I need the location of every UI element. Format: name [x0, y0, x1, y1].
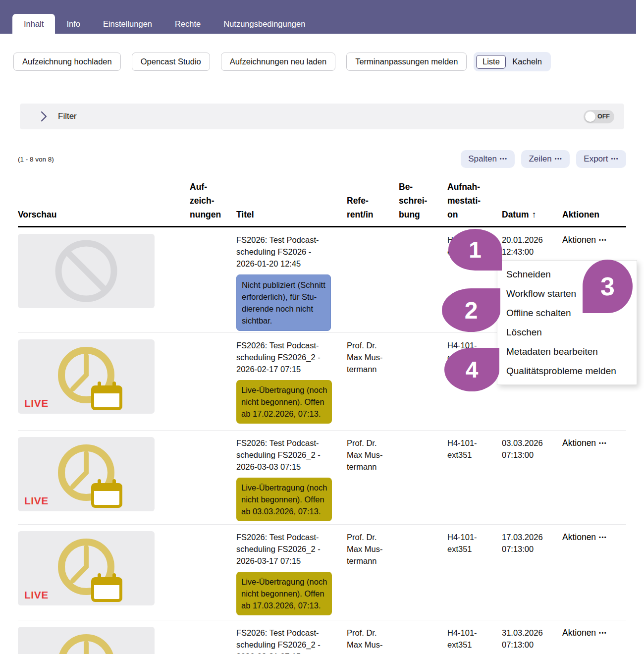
menu-item-qualitaetsprobleme-melden[interactable]: Qualitätsprobleme melden: [497, 361, 637, 381]
status-badge: Live-Übertragung (noch nicht begonnen). …: [236, 572, 332, 615]
date-cell: 31.03.2026 07:13:00: [502, 627, 562, 654]
recording-title: FS2026: Test Podcast- scheduling FS2026_…: [236, 627, 347, 654]
preview-cell: LIVE: [18, 437, 190, 524]
live-badge: LIVE: [24, 589, 49, 601]
col-vorschau: Vorschau: [18, 208, 190, 221]
recordings-cell: [190, 531, 236, 620]
description-cell: [399, 437, 447, 524]
annotation-callout-1: 1: [448, 229, 502, 271]
recordings-cell: [190, 234, 236, 332]
col-aufzeichnungen: Auf- zeich- nungen: [190, 180, 236, 221]
col-datum-sort[interactable]: Datum↑: [502, 208, 562, 221]
tab-info[interactable]: Info: [55, 14, 92, 34]
reload-recordings-button[interactable]: Aufzeichnungen neu laden: [221, 53, 335, 71]
live-badge: LIVE: [24, 397, 49, 409]
preview-cell: [18, 234, 190, 332]
tab-rechte[interactable]: Rechte: [163, 14, 212, 34]
status-badge: Live-Übertragung (noch nicht begonnen). …: [236, 478, 332, 521]
menu-item-metadaten-bearbeiten[interactable]: Metadaten bearbeiten: [497, 342, 637, 361]
status-badge: Live-Übertragung (noch nicht begonnen). …: [236, 380, 332, 424]
recording-title: FS2026: Test Podcast- scheduling FS2026_…: [236, 437, 347, 473]
list-controls: (1 - 8 von 8) Spalten••• Zeilen••• Expor…: [18, 150, 626, 168]
result-count: (1 - 8 von 8): [18, 156, 54, 163]
referent-cell: Prof. Dr. Max Mus- termann: [347, 531, 399, 620]
referent-cell: Prof. Dr. Max Mus- termann: [347, 339, 399, 430]
title-cell: FS2026: Test Podcast- scheduling FS2026_…: [236, 627, 347, 654]
tab-nutzungsbedingungen[interactable]: Nutzungsbedingungen: [212, 14, 317, 34]
row-actions-button[interactable]: Aktionen•••: [562, 627, 626, 654]
table-option-buttons: Spalten••• Zeilen••• Export•••: [461, 150, 626, 168]
toolbar: Aufzeichnung hochladen Opencast Studio A…: [13, 52, 644, 71]
table-row: FS2026: Test Podcast- scheduling FS2026_…: [18, 620, 626, 654]
referent-cell: [347, 234, 399, 332]
date-cell: 17.03.2026 07:13:00: [502, 531, 562, 620]
annotation-callout-4: 4: [444, 348, 499, 391]
row-actions-button[interactable]: Aktionen•••: [562, 437, 626, 524]
title-cell: FS2026: Test Podcast- scheduling FS2026 …: [236, 234, 347, 332]
status-badge: Nicht publiziert (Schnitt erforderlich),…: [236, 274, 331, 331]
description-cell: [399, 339, 447, 430]
description-cell: [399, 234, 447, 332]
preview-thumbnail[interactable]: LIVE: [18, 531, 155, 605]
annotation-callout-3: 3: [583, 260, 633, 313]
rows-button[interactable]: Zeilen•••: [521, 150, 570, 168]
view-toggle: Liste Kacheln: [474, 52, 551, 71]
filter-bar[interactable]: Filter OFF: [20, 104, 624, 129]
preview-thumbnail[interactable]: [18, 234, 155, 308]
toggle-knob: [585, 111, 595, 122]
preview-cell: LIVE: [18, 531, 190, 620]
filter-label: Filter: [58, 111, 77, 121]
preview-cell: LIVE: [18, 339, 190, 430]
table-header: Vorschau Auf- zeich- nungen Titel Refe- …: [18, 180, 626, 227]
recordings-cell: [190, 339, 236, 430]
station-cell: H4-101- ext351: [447, 627, 502, 654]
preview-cell: [18, 627, 190, 654]
tab-einstellungen[interactable]: Einstellungen: [92, 14, 163, 34]
ellipsis-icon: •••: [599, 440, 607, 446]
referent-cell: Prof. Dr. Max Mus- termann: [347, 437, 399, 524]
title-cell: FS2026: Test Podcast- scheduling FS2026_…: [236, 339, 347, 430]
report-schedule-changes-button[interactable]: Terminanpassungen melden: [346, 53, 467, 71]
recording-title: FS2026: Test Podcast- scheduling FS2026_…: [236, 339, 347, 375]
upload-recording-button[interactable]: Aufzeichnung hochladen: [13, 53, 121, 71]
scheduled-clock-calendar-icon: [18, 627, 155, 654]
ellipsis-icon: •••: [599, 534, 607, 540]
chevron-right-icon: [41, 111, 47, 122]
col-aufnahmestation: Aufnah- mestati- on: [447, 180, 502, 221]
export-button[interactable]: Export•••: [576, 150, 626, 168]
station-cell: H4-101- ext351: [447, 437, 502, 524]
menu-item-loeschen[interactable]: Löschen: [497, 323, 637, 342]
columns-button[interactable]: Spalten•••: [461, 150, 515, 168]
preview-thumbnail[interactable]: [18, 627, 155, 654]
blocked-icon: [18, 234, 155, 308]
col-referent: Refe- rent/in: [347, 194, 399, 221]
recording-title: FS2026: Test Podcast- scheduling FS2026_…: [236, 531, 347, 567]
view-toggle-tiles[interactable]: Kacheln: [506, 54, 548, 69]
ellipsis-icon: •••: [500, 156, 508, 162]
recordings-table: Vorschau Auf- zeich- nungen Titel Refe- …: [18, 180, 626, 654]
col-titel: Titel: [236, 208, 347, 221]
title-cell: FS2026: Test Podcast- scheduling FS2026_…: [236, 531, 347, 620]
description-cell: [399, 531, 447, 620]
sort-asc-icon: ↑: [532, 210, 536, 219]
opencast-studio-button[interactable]: Opencast Studio: [132, 53, 210, 71]
ellipsis-icon: •••: [555, 156, 563, 162]
toggle-state-label: OFF: [597, 113, 610, 120]
row-actions-button[interactable]: Aktionen•••: [562, 531, 626, 620]
ellipsis-icon: •••: [611, 156, 619, 162]
station-cell: H4-101- ext351: [447, 531, 502, 620]
filter-off-toggle[interactable]: OFF: [584, 110, 614, 123]
annotation-callout-2: 2: [442, 288, 500, 332]
preview-thumbnail[interactable]: LIVE: [18, 339, 155, 414]
view-toggle-list[interactable]: Liste: [476, 55, 506, 69]
title-cell: FS2026: Test Podcast- scheduling FS2026_…: [236, 437, 347, 524]
top-nav: Inhalt Info Einstellungen Rechte Nutzung…: [0, 0, 636, 34]
description-cell: [399, 627, 447, 654]
table-row: LIVE FS2026: Test Podcast- scheduling FS…: [18, 525, 626, 620]
col-beschreibung: Be- schrei- bung: [399, 180, 447, 221]
recordings-cell: [190, 627, 236, 654]
recording-title: FS2026: Test Podcast- scheduling FS2026 …: [236, 234, 347, 270]
tab-inhalt[interactable]: Inhalt: [12, 14, 55, 34]
live-badge: LIVE: [24, 495, 49, 507]
preview-thumbnail[interactable]: LIVE: [18, 437, 155, 511]
